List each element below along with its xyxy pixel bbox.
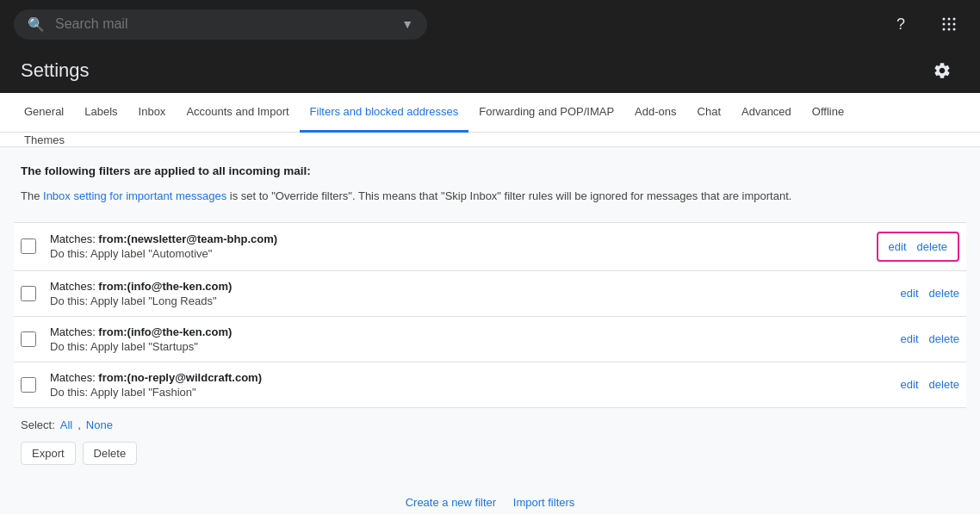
tab-advanced[interactable]: Advanced — [731, 93, 802, 133]
filter-action-1: Do this: Apply label "Automotive" — [50, 247, 877, 260]
apps-button[interactable] — [932, 7, 966, 41]
svg-point-2 — [953, 18, 956, 21]
search-container: 🔍 ▼ — [14, 9, 427, 40]
filter-content-1: Matches: from:(newsletter@team-bhp.com) … — [50, 232, 877, 260]
export-button[interactable]: Export — [21, 442, 76, 465]
filter-checkbox-4[interactable] — [21, 377, 36, 393]
select-all-link[interactable]: All — [60, 418, 72, 431]
select-none-link[interactable]: None — [86, 418, 113, 431]
tab-chat[interactable]: Chat — [687, 93, 731, 133]
filter-row: Matches: from:(info@the-ken.com) Do this… — [14, 317, 966, 362]
filter-action-2: Do this: Apply label "Long Reads" — [50, 294, 901, 307]
top-bar-right: ? — [884, 7, 966, 41]
settings-gear-button[interactable] — [925, 53, 959, 88]
search-icon: 🔍 — [28, 16, 45, 33]
tab-addons[interactable]: Add-ons — [624, 93, 686, 133]
filters-heading: The following filters are applied to all… — [21, 164, 959, 177]
settings-header: Settings — [0, 48, 980, 93]
settings-panel: General Labels Inbox Accounts and Import… — [0, 93, 980, 514]
filter-actions-2: edit delete — [901, 287, 959, 300]
filter-edit-3[interactable]: edit — [901, 332, 919, 345]
filter-actions-4: edit delete — [901, 378, 959, 391]
tab-themes[interactable]: Themes — [14, 125, 75, 158]
svg-point-8 — [953, 28, 956, 31]
delete-button[interactable]: Delete — [83, 442, 138, 465]
filter-checkbox-3[interactable] — [21, 331, 36, 347]
search-dropdown-icon[interactable]: ▼ — [401, 17, 413, 31]
svg-point-0 — [943, 18, 946, 21]
content-area: The following filters are applied to all… — [0, 147, 980, 514]
filter-actions-1: edit delete — [877, 232, 959, 262]
search-input[interactable] — [55, 16, 391, 32]
tab-labels[interactable]: Labels — [74, 93, 127, 133]
select-row: Select: All, None — [21, 408, 959, 442]
tab-filters[interactable]: Filters and blocked addresses — [300, 93, 469, 133]
filter-matches-4: Matches: from:(no-reply@wildcraft.com) — [50, 371, 901, 384]
info-text-suffix: is set to "Override filters". This means… — [226, 189, 791, 202]
btn-group: Export Delete — [21, 442, 959, 465]
filters-table: Matches: from:(newsletter@team-bhp.com) … — [21, 222, 959, 408]
svg-point-1 — [948, 18, 951, 21]
svg-point-7 — [948, 28, 951, 31]
svg-point-3 — [943, 23, 946, 26]
top-bar: 🔍 ▼ ? — [0, 0, 980, 48]
filter-content-3: Matches: from:(info@the-ken.com) Do this… — [50, 325, 901, 353]
filter-matches-2: Matches: from:(info@the-ken.com) — [50, 280, 901, 293]
svg-point-5 — [953, 23, 956, 26]
filter-action-4: Do this: Apply label "Fashion" — [50, 386, 901, 399]
info-text-prefix: The — [21, 189, 43, 202]
import-filters-link[interactable]: Import filters — [513, 496, 575, 509]
filter-row: Matches: from:(info@the-ken.com) Do this… — [14, 271, 966, 317]
info-text: The Inbox setting for important messages… — [21, 188, 959, 205]
tab-offline[interactable]: Offline — [802, 93, 854, 133]
filter-row: Matches: from:(no-reply@wildcraft.com) D… — [14, 362, 966, 408]
bottom-links: Create a new filter Import filters — [21, 482, 959, 515]
help-button[interactable]: ? — [884, 7, 918, 41]
svg-point-4 — [948, 23, 951, 26]
filter-matches-3: Matches: from:(info@the-ken.com) — [50, 325, 901, 338]
tab-accounts-import[interactable]: Accounts and Import — [176, 93, 299, 133]
tabs-row-1: General Labels Inbox Accounts and Import… — [0, 93, 980, 133]
inbox-setting-link[interactable]: Inbox setting for important messages — [43, 189, 226, 202]
svg-point-6 — [943, 28, 946, 31]
filter-delete-4[interactable]: delete — [929, 378, 959, 391]
filter-content-2: Matches: from:(info@the-ken.com) Do this… — [50, 280, 901, 307]
filter-checkbox-1[interactable] — [21, 238, 36, 254]
tab-inbox[interactable]: Inbox — [128, 93, 177, 133]
filter-delete-1[interactable]: delete — [917, 240, 947, 253]
settings-title: Settings — [21, 59, 90, 82]
filter-action-3: Do this: Apply label "Startups" — [50, 340, 901, 353]
filter-content-4: Matches: from:(no-reply@wildcraft.com) D… — [50, 371, 901, 399]
filter-delete-3[interactable]: delete — [929, 332, 959, 345]
select-label: Select: — [21, 418, 55, 431]
filter-delete-2[interactable]: delete — [929, 287, 959, 300]
tabs-row-2: Themes — [0, 133, 980, 147]
filter-checkbox-2[interactable] — [21, 286, 36, 301]
filter-row: Matches: from:(newsletter@team-bhp.com) … — [14, 222, 966, 271]
filter-edit-4[interactable]: edit — [901, 378, 919, 391]
filter-edit-2[interactable]: edit — [901, 287, 919, 300]
filter-matches-1: Matches: from:(newsletter@team-bhp.com) — [50, 232, 877, 245]
filter-edit-1[interactable]: edit — [889, 240, 907, 253]
tab-forwarding[interactable]: Forwarding and POP/IMAP — [468, 93, 624, 133]
create-filter-link[interactable]: Create a new filter — [406, 496, 497, 509]
filter-actions-3: edit delete — [901, 332, 959, 345]
